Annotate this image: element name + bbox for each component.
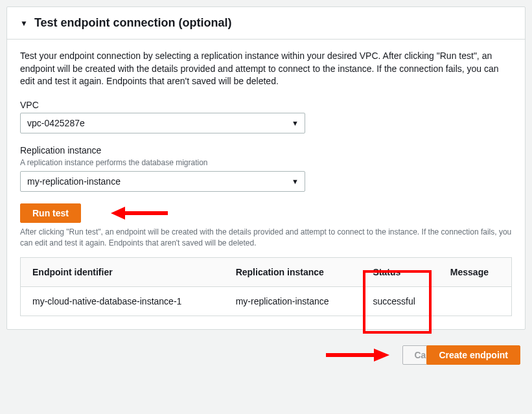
table-row: my-cloud-native-database-instance-1 my-r… <box>21 287 512 316</box>
status-text: successful <box>373 296 415 306</box>
vpc-field: VPC vpc-0425287e ▼ <box>20 100 512 133</box>
cell-replication: my-replication-instance <box>224 287 362 316</box>
replication-select[interactable]: my-replication-instance <box>20 171 305 192</box>
th-message: Message <box>439 258 512 287</box>
th-endpoint: Endpoint identifier <box>21 258 224 287</box>
svg-marker-1 <box>111 207 125 220</box>
cell-endpoint: my-cloud-native-database-instance-1 <box>21 287 224 316</box>
run-test-button[interactable]: Run test <box>20 203 81 223</box>
vpc-select[interactable]: vpc-0425287e <box>20 113 305 133</box>
results-table: Endpoint identifier Replication instance… <box>20 257 512 316</box>
replication-field: Replication instance A replication insta… <box>20 145 512 192</box>
footer-actions: Cancel Create endpoint <box>6 330 526 373</box>
table-header-row: Endpoint identifier Replication instance… <box>21 258 512 287</box>
arrow-annotation-icon <box>325 347 389 363</box>
replication-label: Replication instance <box>20 145 512 155</box>
svg-marker-3 <box>374 349 389 362</box>
panel-body: Test your endpoint connection by selecti… <box>7 40 525 329</box>
panel-description: Test your endpoint connection by selecti… <box>20 50 512 88</box>
replication-hint: A replication instance performs the data… <box>20 158 512 167</box>
run-test-row: Run test <box>20 203 512 223</box>
run-test-hint: After clicking "Run test", an endpoint w… <box>20 227 512 249</box>
replication-select-value: my-replication-instance <box>27 176 121 187</box>
th-status: Status <box>362 258 439 287</box>
create-endpoint-button[interactable]: Create endpoint <box>426 345 520 365</box>
chevron-down-icon: ▼ <box>20 19 28 28</box>
panel-header[interactable]: ▼ Test endpoint connection (optional) <box>7 7 525 40</box>
test-endpoint-panel: ▼ Test endpoint connection (optional) Te… <box>6 6 526 330</box>
cell-status: successful <box>362 287 439 316</box>
th-replication: Replication instance <box>224 258 362 287</box>
panel-title: Test endpoint connection (optional) <box>34 16 232 30</box>
arrow-annotation-icon <box>111 205 169 222</box>
vpc-select-value: vpc-0425287e <box>27 118 85 128</box>
vpc-label: VPC <box>20 100 512 110</box>
cell-message <box>439 287 512 316</box>
